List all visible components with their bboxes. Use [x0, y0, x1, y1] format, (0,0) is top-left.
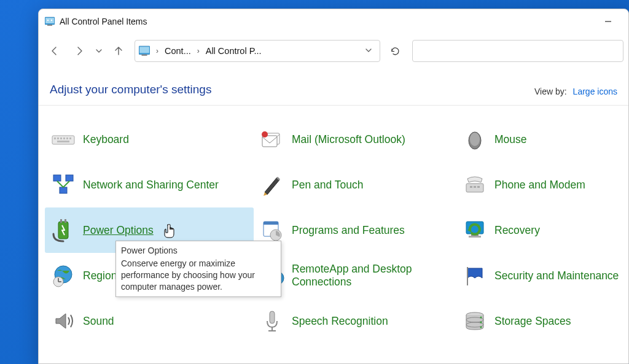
item-label: Pen and Touch: [292, 179, 363, 192]
svg-rect-10: [54, 137, 56, 139]
svg-rect-30: [477, 186, 480, 188]
svg-rect-33: [64, 219, 66, 223]
control-panel-icon: [45, 17, 55, 26]
control-panel-icon: [139, 45, 150, 56]
recovery-icon: [461, 217, 488, 244]
svg-rect-7: [139, 47, 149, 53]
item-label: Mouse: [494, 133, 527, 146]
sound-icon: [50, 308, 77, 335]
item-security-maintenance[interactable]: Security and Maintenance: [456, 253, 628, 298]
tooltip: Power Options Conserve energy or maximiz…: [115, 241, 281, 297]
svg-rect-39: [469, 236, 481, 238]
item-label: Mail (Microsoft Outlook): [292, 133, 405, 146]
item-label: Recovery: [494, 224, 540, 237]
svg-rect-11: [57, 137, 59, 139]
svg-rect-48: [270, 311, 275, 323]
svg-rect-4: [47, 25, 52, 26]
item-label: Storage Spaces: [494, 315, 571, 328]
search-input[interactable]: [412, 40, 623, 62]
item-storage-spaces[interactable]: Storage Spaces: [456, 298, 628, 344]
item-label: Keyboard: [83, 133, 129, 146]
item-label: Network and Sharing Center: [83, 179, 219, 192]
toolbar: › Cont... › All Control P...: [39, 34, 628, 68]
page-title: Adjust your computer's settings: [50, 83, 211, 96]
security-icon: [461, 262, 488, 289]
item-network-sharing[interactable]: Network and Sharing Center: [45, 162, 254, 207]
page-header: Adjust your computer's settings View by:…: [39, 68, 628, 106]
svg-rect-47: [467, 267, 468, 285]
item-keyboard[interactable]: Keyboard: [45, 117, 254, 162]
window-title: All Control Panel Items: [60, 17, 147, 26]
titlebar: All Control Panel Items: [39, 9, 628, 34]
tooltip-title: Power Options: [121, 245, 276, 257]
item-mouse[interactable]: Mouse: [456, 117, 628, 162]
svg-line-25: [57, 181, 63, 187]
chevron-right-icon[interactable]: ›: [195, 47, 202, 55]
power-icon: [50, 217, 77, 244]
svg-line-26: [63, 181, 69, 187]
svg-rect-14: [66, 137, 68, 139]
item-speech-recognition[interactable]: Speech Recognition: [254, 298, 456, 344]
address-dropdown-button[interactable]: [361, 47, 376, 56]
svg-rect-28: [470, 186, 472, 188]
item-label: Sound: [83, 315, 114, 328]
phone-icon: [461, 171, 488, 198]
svg-point-3: [51, 20, 52, 21]
network-icon: [50, 171, 77, 198]
keyboard-icon: [50, 126, 77, 153]
item-sound[interactable]: Sound: [45, 298, 254, 344]
item-label: Speech Recognition: [292, 315, 388, 328]
region-icon: [50, 262, 77, 289]
svg-point-21: [470, 133, 480, 146]
control-panel-window: All Control Panel Items: [38, 9, 629, 364]
item-label: Power Options: [83, 224, 154, 237]
breadcrumb-segment[interactable]: Cont...: [165, 46, 191, 56]
viewby-label: View by:: [534, 87, 567, 96]
storage-icon: [461, 308, 488, 335]
svg-rect-13: [63, 137, 65, 139]
svg-rect-8: [142, 55, 147, 56]
pen-icon: [259, 171, 286, 198]
svg-rect-16: [57, 141, 69, 142]
item-remoteapp[interactable]: RemoteApp and Desktop Connections: [254, 253, 456, 298]
address-bar[interactable]: › Cont... › All Control P...: [135, 40, 380, 62]
svg-rect-23: [66, 175, 73, 181]
refresh-button[interactable]: [384, 40, 406, 62]
svg-rect-9: [52, 136, 74, 144]
up-button[interactable]: [107, 40, 130, 62]
viewby-dropdown[interactable]: Large icons: [573, 87, 617, 96]
chevron-right-icon[interactable]: ›: [154, 47, 161, 55]
item-programs-features[interactable]: Programs and Features: [254, 207, 456, 253]
mouse-icon: [461, 126, 488, 153]
item-mail[interactable]: Mail (Microsoft Outlook): [254, 117, 456, 162]
item-label: Phone and Modem: [494, 179, 585, 192]
items-area: Keyboard Mail (Microsoft Outlook) Mouse …: [39, 106, 628, 363]
item-phone-modem[interactable]: Phone and Modem: [456, 162, 628, 207]
svg-rect-12: [60, 137, 62, 139]
tooltip-body: Conserve energy or maximize performance …: [121, 258, 276, 293]
back-button[interactable]: [44, 40, 66, 62]
svg-rect-35: [264, 222, 278, 225]
breadcrumb-segment[interactable]: All Control P...: [206, 46, 262, 56]
svg-rect-1: [45, 18, 54, 23]
item-pen-touch[interactable]: Pen and Touch: [254, 162, 456, 207]
svg-point-19: [262, 131, 268, 137]
svg-point-2: [47, 20, 49, 21]
svg-rect-22: [53, 175, 61, 181]
minimize-button[interactable]: [594, 12, 622, 31]
svg-rect-15: [69, 137, 71, 139]
item-label: Region: [83, 269, 117, 282]
forward-button[interactable]: [68, 40, 90, 62]
svg-rect-29: [474, 186, 476, 188]
svg-rect-24: [60, 187, 67, 193]
item-label: Security and Maintenance: [494, 269, 619, 282]
svg-point-54: [480, 317, 482, 319]
item-recovery[interactable]: Recovery: [456, 207, 628, 253]
recent-locations-button[interactable]: [93, 40, 105, 62]
item-label: RemoteApp and Desktop Connections: [292, 263, 451, 288]
programs-icon: [259, 217, 286, 244]
item-label: Programs and Features: [292, 224, 405, 237]
svg-point-55: [480, 322, 482, 323]
speech-icon: [259, 308, 286, 335]
mail-icon: [259, 126, 286, 153]
